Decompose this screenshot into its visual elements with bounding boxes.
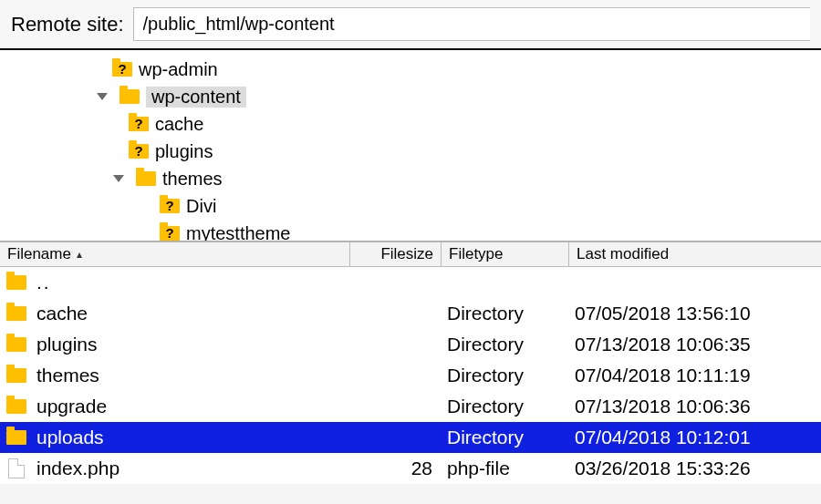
file-icon [8,458,25,478]
column-last-modified-label: Last modified [577,245,669,263]
expand-arrow-icon[interactable] [91,87,113,106]
folder-unknown-icon [129,117,149,131]
folder-unknown-icon [129,144,149,159]
tree-item-label: wp-content [146,87,246,108]
file-list-row[interactable]: index.php28php-file03/26/2018 15:33:26 [0,453,821,484]
column-last-modified[interactable]: Last modified [569,242,821,266]
tree-item[interactable]: wp-admin [0,56,821,83]
file-modified: 07/04/2018 10:11:19 [569,365,821,386]
file-modified: 07/13/2018 10:06:35 [569,334,821,355]
file-type: Directory [442,396,569,417]
folder-icon [6,275,26,290]
column-filetype[interactable]: Filetype [442,242,569,266]
tree-item-label: cache [155,114,203,135]
file-list-row[interactable]: uploadsDirectory07/04/2018 10:12:01 [0,422,821,453]
tree-item-label: themes [162,169,223,190]
file-list-body: ..cacheDirectory07/05/2018 13:56:10plugi… [0,267,821,484]
file-list-row[interactable]: upgradeDirectory07/13/2018 10:06:36 [0,391,821,422]
tree-item[interactable]: themes [0,165,821,192]
folder-icon [6,368,26,383]
file-type: Directory [442,365,569,386]
file-modified: 07/05/2018 13:56:10 [569,303,821,324]
tree-item[interactable]: cache [0,110,821,138]
file-name: index.php [36,458,120,479]
tree-item-label: Divi [186,196,216,217]
file-size: 28 [350,458,442,479]
file-list-pane: Filename ▴ Filesize Filetype Last modifi… [0,242,821,484]
folder-icon [6,430,26,445]
tree-item[interactable]: plugins [0,138,821,165]
expand-arrow-icon[interactable] [108,170,130,188]
file-modified: 03/26/2018 15:33:26 [569,458,821,479]
folder-icon [6,306,26,321]
directory-tree-pane: wp-adminwp-contentcachepluginsthemesDivi… [0,50,821,242]
file-type: Directory [442,427,569,448]
folder-icon [6,399,26,414]
column-filesize[interactable]: Filesize [350,242,442,266]
remote-site-header: Remote site: [0,0,821,50]
file-modified: 07/13/2018 10:06:36 [569,396,821,417]
column-filename-label: Filename [7,245,71,263]
file-name: themes [36,365,99,386]
tree-item[interactable]: Divi [0,192,821,220]
column-filetype-label: Filetype [449,245,504,263]
file-list-row[interactable]: .. [0,267,821,298]
tree-item-label: plugins [155,141,213,162]
file-list-row[interactable]: pluginsDirectory07/13/2018 10:06:35 [0,329,821,360]
tree-item-label: mytesttheme [186,223,290,242]
folder-unknown-icon [160,199,180,213]
file-list-row[interactable]: cacheDirectory07/05/2018 13:56:10 [0,298,821,329]
file-list-header: Filename ▴ Filesize Filetype Last modifi… [0,242,821,267]
file-modified: 07/04/2018 10:12:01 [569,427,821,448]
file-list-row[interactable]: themesDirectory07/04/2018 10:11:19 [0,360,821,391]
tree-item-label: wp-admin [139,59,218,80]
file-type: php-file [442,458,569,479]
file-name: plugins [36,334,98,355]
column-filename[interactable]: Filename ▴ [0,242,350,266]
file-type: Directory [442,334,569,355]
folder-unknown-icon [112,62,132,77]
file-name: upgrade [36,396,107,417]
remote-site-label: Remote site: [11,13,124,36]
folder-unknown-icon [160,226,180,241]
file-type: Directory [442,303,569,324]
file-name: .. [36,272,51,293]
folder-icon [136,171,156,186]
sort-ascending-icon: ▴ [77,248,82,261]
file-name: cache [36,303,88,324]
file-name: uploads [36,427,104,448]
remote-path-input[interactable] [133,7,811,41]
tree-item[interactable]: mytesttheme [0,220,821,242]
folder-icon [6,337,26,352]
folder-icon [120,89,140,104]
column-filesize-label: Filesize [380,245,433,263]
tree-item[interactable]: wp-content [0,83,821,110]
